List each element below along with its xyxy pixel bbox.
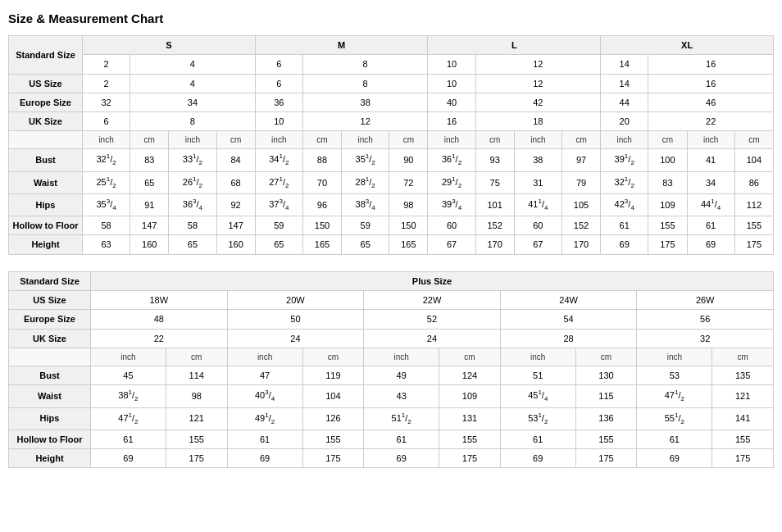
- t2-htf-155-3: 155: [439, 430, 501, 448]
- waist-70: 70: [302, 171, 341, 193]
- t1-eu-34: 34: [130, 93, 256, 111]
- t2-hips-131: 131: [439, 407, 501, 430]
- bust-83: 83: [130, 149, 169, 171]
- t2-height-label: Height: [9, 449, 91, 468]
- t2-htf-155-1: 155: [166, 430, 227, 448]
- hips-42-75: 423/4: [601, 193, 648, 216]
- t2-bust-label: Bust: [9, 366, 91, 384]
- t2-us-20w: 20W: [227, 291, 364, 310]
- htf-59-1: 59: [255, 216, 302, 235]
- hips-109: 109: [648, 193, 687, 216]
- h-160-1: 160: [130, 235, 169, 254]
- h-170-1: 170: [475, 235, 514, 254]
- htf-150-2: 150: [389, 216, 428, 235]
- t2-unit-cm-3: cm: [439, 348, 501, 366]
- t1-us-10: 10: [428, 74, 475, 93]
- t2-bust-49: 49: [364, 366, 439, 384]
- waist-29-5: 291/2: [428, 171, 475, 193]
- t2-h-175-2: 175: [302, 449, 364, 468]
- t2-eu-54: 54: [500, 310, 637, 329]
- t2-uk-28: 28: [500, 329, 637, 348]
- t2-htf-61-5: 61: [637, 430, 712, 448]
- h-67-1: 67: [428, 235, 475, 254]
- us-size-m8: 8: [302, 55, 428, 74]
- t2-htf-155-2: 155: [302, 430, 364, 448]
- unit-inch-2: inch: [169, 131, 216, 149]
- t1-eu-36: 36: [255, 93, 302, 111]
- waist-83: 83: [648, 171, 687, 193]
- t1-uk-6: 6: [83, 112, 130, 131]
- uk-size-label: UK Size: [9, 112, 83, 131]
- t2-h-175-4: 175: [575, 449, 637, 468]
- t2-htf-61-2: 61: [227, 430, 302, 448]
- t2-unit-empty: [9, 348, 91, 366]
- waist-68: 68: [216, 171, 255, 193]
- xl-header: XL: [601, 36, 774, 55]
- t2-hips-141: 141: [712, 407, 774, 430]
- t2-hips-49-5: 491/2: [227, 407, 302, 430]
- standard-size-header: Standard Size: [9, 36, 83, 75]
- waist-28-5: 281/2: [342, 171, 389, 193]
- unit-inch-5: inch: [428, 131, 475, 149]
- t2-unit-cm-2: cm: [302, 348, 364, 366]
- t1-eu-40: 40: [428, 93, 475, 111]
- unit-cm-8: cm: [734, 131, 773, 149]
- h-175-2: 175: [734, 235, 773, 254]
- t2-bust-130: 130: [575, 366, 637, 384]
- t2-eu-50: 50: [227, 310, 364, 329]
- bust-35-5: 351/2: [342, 149, 389, 171]
- htf-58-2: 58: [169, 216, 216, 235]
- t1-eu-32: 32: [83, 93, 130, 111]
- t1-us-8: 8: [302, 74, 428, 93]
- t2-bust-119: 119: [302, 366, 364, 384]
- waist-86: 86: [734, 171, 773, 193]
- t1-eu-38: 38: [302, 93, 428, 111]
- t1-uk-16: 16: [428, 112, 475, 131]
- t1-us-14: 14: [601, 74, 648, 93]
- t2-waist-40-75: 403/4: [227, 385, 302, 407]
- t2-eu-48: 48: [91, 310, 228, 329]
- htf-152-1: 152: [475, 216, 514, 235]
- m-header: M: [255, 36, 428, 55]
- t1-eu-42: 42: [475, 93, 601, 111]
- t2-unit-inch-2: inch: [227, 348, 302, 366]
- t1-eu-46: 46: [648, 93, 774, 111]
- t2-us-26w: 26W: [637, 291, 774, 310]
- bust-93: 93: [475, 149, 514, 171]
- us-size-l12: 12: [475, 55, 601, 74]
- t2-unit-inch-3: inch: [364, 348, 439, 366]
- t2-hips-55-5: 551/2: [637, 407, 712, 430]
- htf-61-1: 61: [601, 216, 648, 235]
- t2-uk-32: 32: [637, 329, 774, 348]
- htf-60-1: 60: [428, 216, 475, 235]
- htf-147-1: 147: [130, 216, 169, 235]
- t2-unit-cm-1: cm: [166, 348, 227, 366]
- h-175-1: 175: [648, 235, 687, 254]
- us-size-xl16: 16: [648, 55, 774, 74]
- bust-41: 41: [687, 149, 734, 171]
- us-size-l10: 10: [428, 55, 475, 74]
- t2-uk-24-2: 24: [364, 329, 501, 348]
- t2-waist-121: 121: [712, 385, 774, 407]
- t1-us-4: 4: [130, 74, 256, 93]
- bust-33-5: 331/2: [169, 149, 216, 171]
- t2-waist-47-5: 471/2: [637, 385, 712, 407]
- t2-h-69-5: 69: [637, 449, 712, 468]
- hips-92: 92: [216, 193, 255, 216]
- t1-eu-44: 44: [601, 93, 648, 111]
- t2-htf-155-4: 155: [575, 430, 637, 448]
- l-header: L: [428, 36, 601, 55]
- unit-inch-6: inch: [514, 131, 561, 149]
- t2-h-175-5: 175: [712, 449, 774, 468]
- htf-155-1: 155: [648, 216, 687, 235]
- hips-36-75: 363/4: [169, 193, 216, 216]
- us-size-m6: 6: [255, 55, 302, 74]
- t1-us-6: 6: [255, 74, 302, 93]
- t2-unit-cm-5: cm: [712, 348, 774, 366]
- t1-uk-20: 20: [601, 112, 648, 131]
- us-size-s4: 4: [130, 55, 256, 74]
- waist-26-5: 261/2: [169, 171, 216, 193]
- unit-inch-8: inch: [687, 131, 734, 149]
- h-160-2: 160: [216, 235, 255, 254]
- t2-h-175-1: 175: [166, 449, 227, 468]
